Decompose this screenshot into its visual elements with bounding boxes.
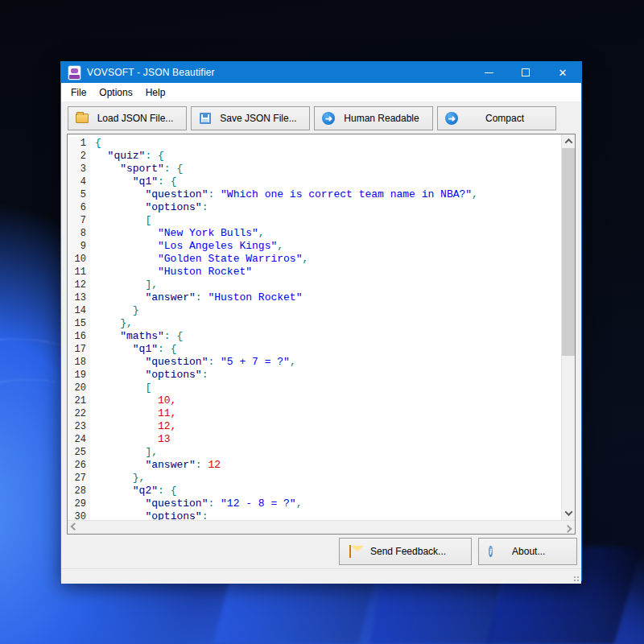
line-number: 20: [68, 382, 90, 394]
minimize-button[interactable]: [470, 62, 507, 83]
arrow-circle-icon: ➜: [321, 112, 336, 125]
load-json-file-button[interactable]: Load JSON File...: [68, 106, 187, 130]
code-line[interactable]: 15 },: [68, 317, 561, 330]
code-line[interactable]: 23 12,: [68, 420, 561, 433]
app-json-file-icon: [68, 66, 80, 80]
code-text: }: [90, 304, 139, 317]
code-line[interactable]: 27 },: [68, 472, 561, 485]
code-text: "Golden State Warriros",: [90, 253, 308, 266]
window-title: VOVSOFT - JSON Beautifier: [87, 67, 215, 78]
code-line[interactable]: 12 ],: [68, 279, 561, 291]
code-line[interactable]: 9 "Los Angeles Kings",: [68, 240, 561, 253]
menu-help[interactable]: Help: [139, 85, 172, 101]
code-area[interactable]: 1{2 "quiz": {3 "sport": {4 "q1": {5 "que…: [68, 134, 561, 520]
code-text: "question": "5 + 7 = ?",: [90, 356, 296, 369]
code-line[interactable]: 19 "options":: [68, 369, 561, 382]
resize-grip-icon[interactable]: [572, 575, 580, 582]
code-line[interactable]: 8 "New York Bulls",: [68, 227, 561, 240]
human-readable-button[interactable]: ➜ Human Readable: [314, 106, 433, 130]
code-line[interactable]: 29 "question": "12 - 8 = ?",: [68, 497, 561, 510]
code-line[interactable]: 20 [: [68, 382, 561, 394]
code-line[interactable]: 30 "options":: [68, 510, 561, 520]
code-line[interactable]: 3 "sport": {: [68, 163, 561, 175]
code-line[interactable]: 7 [: [68, 214, 561, 227]
vertical-scrollbar[interactable]: [561, 134, 575, 520]
code-line[interactable]: 22 11,: [68, 407, 561, 420]
code-text: {: [90, 137, 101, 150]
toolbar: Load JSON File... Save JSON File... ➜ Hu…: [61, 102, 581, 134]
line-number: 22: [68, 407, 90, 420]
line-number: 13: [68, 291, 90, 304]
code-text: },: [90, 317, 133, 330]
code-line[interactable]: 26 "answer": 12: [68, 459, 561, 472]
code-line[interactable]: 18 "question": "5 + 7 = ?",: [68, 356, 561, 369]
scroll-left-button[interactable]: [68, 521, 81, 534]
code-line[interactable]: 1{: [68, 137, 561, 150]
code-line[interactable]: 11 "Huston Rocket": [68, 266, 561, 279]
code-line[interactable]: 28 "q2": {: [68, 485, 561, 497]
compact-button[interactable]: ➜ Compact: [437, 106, 556, 130]
save-json-file-button[interactable]: Save JSON File...: [191, 106, 310, 130]
window-controls: ✕: [470, 62, 581, 83]
code-text: "options":: [90, 510, 208, 520]
code-line[interactable]: 6 "options":: [68, 201, 561, 214]
code-text: ],: [90, 446, 158, 459]
code-line[interactable]: 13 "answer": "Huston Rocket": [68, 291, 561, 304]
maximize-button[interactable]: [507, 62, 544, 83]
vertical-scroll-thumb[interactable]: [562, 148, 575, 356]
code-text: "quiz": {: [90, 150, 164, 163]
code-line[interactable]: 14 }: [68, 304, 561, 317]
code-text: ],: [90, 279, 158, 291]
code-text: "answer": "Huston Rocket": [90, 291, 302, 304]
line-number: 25: [68, 446, 90, 459]
folder-open-icon: [75, 114, 89, 123]
code-text: [: [90, 382, 151, 394]
scroll-down-button[interactable]: [562, 506, 575, 520]
json-editor[interactable]: 1{2 "quiz": {3 "sport": {4 "q1": {5 "que…: [67, 134, 576, 535]
code-text: 11,: [90, 407, 176, 420]
scroll-right-button[interactable]: [561, 521, 575, 534]
footer-panel: Send Feedback... i About...: [61, 535, 581, 568]
horizontal-scroll-track[interactable]: [81, 521, 561, 534]
chevron-up-icon: [564, 138, 572, 147]
minimize-icon: [485, 72, 493, 73]
code-text: "question": "Which one is correct team n…: [90, 188, 478, 201]
code-line[interactable]: 5 "question": "Which one is correct team…: [68, 188, 561, 201]
close-button[interactable]: ✕: [544, 62, 581, 83]
code-text: "q2": {: [90, 485, 176, 497]
send-feedback-button[interactable]: Send Feedback...: [339, 538, 472, 565]
about-button[interactable]: i About...: [478, 538, 577, 565]
line-number: 23: [68, 420, 90, 433]
code-line[interactable]: 21 10,: [68, 394, 561, 407]
code-line[interactable]: 24 13: [68, 433, 561, 446]
vertical-scroll-track[interactable]: [562, 148, 575, 506]
code-text: "options":: [90, 369, 208, 382]
code-line[interactable]: 10 "Golden State Warriros",: [68, 253, 561, 266]
code-line[interactable]: 16 "maths": {: [68, 330, 561, 343]
chevron-left-icon: [71, 522, 79, 530]
info-icon: i: [489, 546, 493, 558]
line-number: 28: [68, 485, 90, 497]
menu-file[interactable]: File: [64, 85, 93, 101]
line-number: 3: [68, 163, 90, 175]
line-number: 1: [68, 137, 90, 150]
code-line[interactable]: 2 "quiz": {: [68, 150, 561, 163]
code-text: "q1": {: [90, 175, 176, 188]
horizontal-scrollbar[interactable]: [68, 520, 575, 534]
scroll-up-button[interactable]: [562, 134, 575, 148]
save-floppy-icon: [198, 113, 213, 124]
line-number: 7: [68, 214, 90, 227]
menubar: File Options Help: [61, 83, 581, 102]
chevron-right-icon: [564, 524, 572, 532]
code-line[interactable]: 17 "q1": {: [68, 343, 561, 356]
line-number: 4: [68, 175, 90, 188]
titlebar[interactable]: VOVSOFT - JSON Beautifier ✕: [61, 62, 581, 83]
line-number: 5: [68, 188, 90, 201]
code-text: 13: [90, 433, 171, 446]
menu-options[interactable]: Options: [93, 85, 138, 101]
code-line[interactable]: 25 ],: [68, 446, 561, 459]
line-number: 14: [68, 304, 90, 317]
code-line[interactable]: 4 "q1": {: [68, 175, 561, 188]
code-text: "Los Angeles Kings",: [90, 240, 283, 253]
line-number: 17: [68, 343, 90, 356]
